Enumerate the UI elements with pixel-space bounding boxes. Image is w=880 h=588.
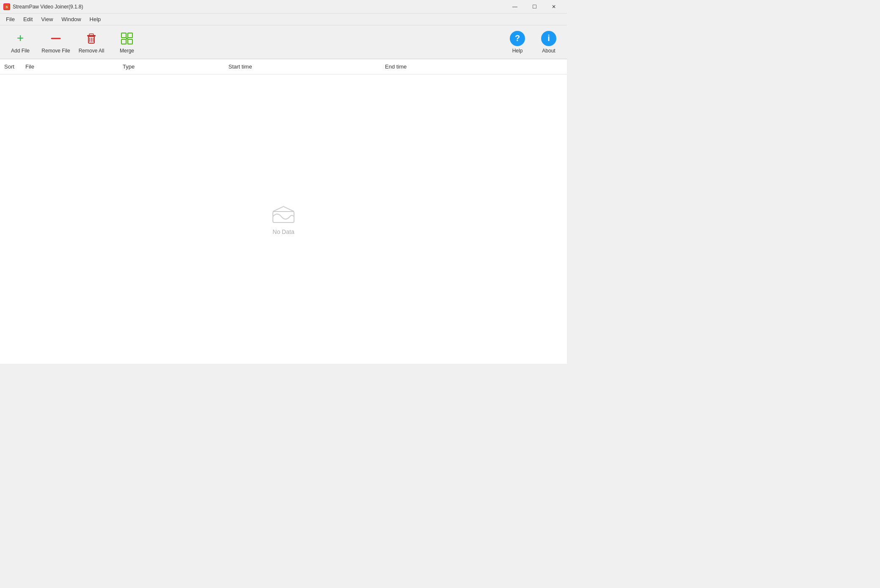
table-header: Sort File Type Start time End time: [0, 59, 567, 74]
menu-file[interactable]: File: [2, 14, 19, 24]
col-end-header: End time: [385, 63, 563, 70]
svg-rect-9: [89, 34, 94, 36]
about-label: About: [542, 48, 555, 54]
merge-button[interactable]: Merge: [110, 27, 144, 57]
col-type-header: Type: [123, 63, 228, 70]
remove-all-icon: [84, 31, 99, 46]
help-button[interactable]: ? Help: [503, 27, 532, 57]
add-file-button[interactable]: + Add File: [3, 27, 37, 57]
remove-all-label: Remove All: [79, 48, 104, 54]
minimize-button[interactable]: —: [505, 0, 525, 14]
svg-rect-11: [128, 33, 132, 38]
no-data-icon: [271, 203, 296, 224]
col-sort-header: Sort: [4, 63, 25, 70]
menu-view[interactable]: View: [37, 14, 57, 24]
col-start-header: Start time: [228, 63, 385, 70]
svg-text:S: S: [6, 5, 8, 9]
svg-rect-13: [128, 39, 132, 44]
title-bar: S StreamPaw Video Joiner(9.1.8) — ☐ ✕: [0, 0, 567, 14]
menu-help[interactable]: Help: [85, 14, 105, 24]
toolbar: + Add File Remove File Remove All: [0, 25, 567, 59]
svg-text:+: +: [17, 31, 24, 44]
remove-file-label: Remove File: [41, 48, 70, 54]
title-bar-controls: — ☐ ✕: [505, 0, 564, 14]
close-button[interactable]: ✕: [544, 0, 564, 14]
remove-file-button[interactable]: Remove File: [39, 27, 73, 57]
menu-edit[interactable]: Edit: [19, 14, 37, 24]
maximize-button[interactable]: ☐: [525, 0, 544, 14]
add-file-icon: +: [13, 31, 28, 46]
svg-rect-12: [121, 39, 126, 44]
remove-all-button[interactable]: Remove All: [74, 27, 108, 57]
add-file-label: Add File: [11, 48, 30, 54]
about-icon: i: [541, 31, 556, 46]
col-file-header: File: [25, 63, 123, 70]
app-icon: S: [3, 3, 10, 10]
title-bar-left: S StreamPaw Video Joiner(9.1.8): [3, 3, 83, 10]
merge-icon: [119, 31, 135, 46]
svg-rect-16: [273, 212, 294, 223]
menu-window[interactable]: Window: [57, 14, 85, 24]
no-data-text: No Data: [272, 228, 294, 235]
svg-rect-10: [121, 33, 126, 38]
content-area: No Data: [0, 74, 567, 364]
merge-label: Merge: [120, 48, 134, 54]
remove-file-icon: [48, 31, 63, 46]
help-icon: ?: [510, 31, 525, 46]
about-button[interactable]: i About: [534, 27, 564, 57]
menu-bar: File Edit View Window Help: [0, 14, 567, 25]
help-label: Help: [512, 48, 523, 54]
app-title: StreamPaw Video Joiner(9.1.8): [13, 4, 83, 10]
